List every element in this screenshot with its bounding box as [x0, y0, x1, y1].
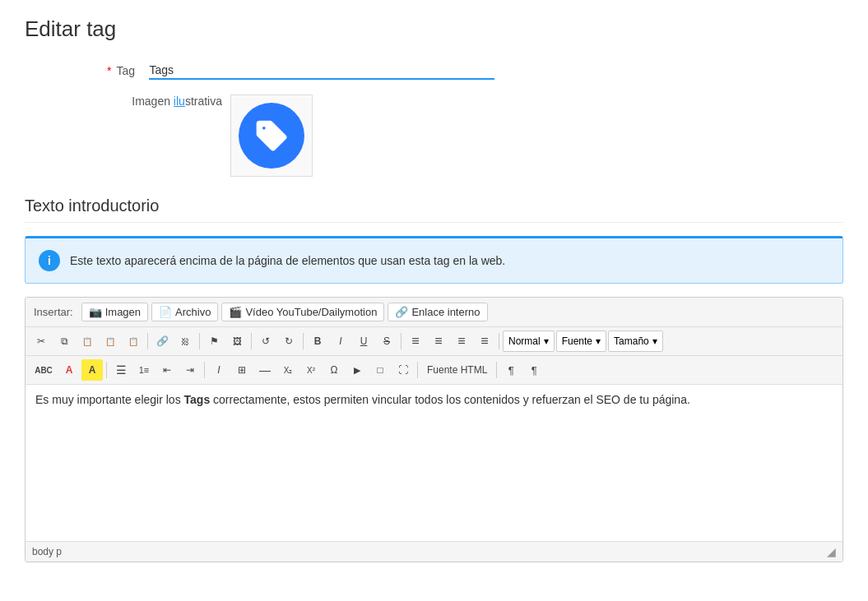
underline-button[interactable]: U [353, 331, 374, 352]
sep2 [199, 333, 200, 349]
editor-statusbar: body p ◢ [26, 541, 842, 562]
sep1 [147, 333, 148, 349]
font-dropdown-arrow: ▾ [596, 335, 601, 347]
indent-dec-button[interactable]: ⇤ [156, 359, 178, 381]
size-dropdown-arrow: ▾ [652, 335, 657, 347]
sep5 [401, 333, 402, 349]
italic-button[interactable]: I [330, 331, 351, 352]
insert-imagen-button[interactable]: 📷 Imagen [81, 303, 148, 321]
indent-inc-button[interactable]: ⇥ [179, 359, 201, 381]
insert-label: Insertar: [34, 306, 73, 318]
superscript-button[interactable]: X² [300, 359, 322, 381]
image-button[interactable]: 🖼 [226, 331, 248, 352]
subscript-button[interactable]: X₂ [277, 359, 299, 381]
fullscreen-button[interactable]: ⛶ [392, 359, 414, 381]
italic2-button[interactable]: I [208, 359, 230, 381]
align-center-button[interactable]: ≡ [428, 331, 449, 352]
table-button[interactable]: ⊞ [231, 359, 253, 381]
insert-video-button[interactable]: 🎬 Vídeo YouTube/Dailymotion [221, 303, 384, 321]
html-source-button[interactable]: Fuente HTML [421, 359, 493, 381]
tag-field-group: * Tag [107, 62, 843, 80]
bold-button[interactable]: B [307, 331, 328, 352]
image-field-group: Imagen ilustrativa [107, 95, 843, 177]
toolbar-row-2: ABC A A ☰ 1≡ ⇤ ⇥ I ⊞ — X₂ X² Ω ▶ □ ⛶ Fue… [26, 356, 842, 385]
sep4 [303, 333, 304, 349]
tag-icon [253, 118, 290, 154]
insert-enlace-button[interactable]: 🔗 Enlace interno [388, 303, 487, 321]
format-dropdown[interactable]: Normal ▾ [503, 331, 555, 352]
sep10 [496, 362, 497, 378]
bold-tags: Tags [184, 393, 211, 406]
font-color-button[interactable]: A [58, 359, 80, 381]
insert-archivo-label: Archivo [175, 306, 211, 318]
unlink-button[interactable]: ⛓ [174, 331, 196, 352]
insert-archivo-button[interactable]: 📄 Archivo [151, 303, 218, 321]
link-icon: 🔗 [395, 306, 408, 318]
camera-icon: 📷 [89, 306, 102, 318]
page-title: Editar tag [25, 16, 843, 42]
editor-container: Insertar: 📷 Imagen 📄 Archivo 🎬 Vídeo You… [25, 297, 843, 562]
sep3 [251, 333, 252, 349]
strikethrough-button[interactable]: S [376, 331, 397, 352]
sep9 [417, 362, 418, 378]
size-dropdown[interactable]: Tamaño ▾ [608, 331, 663, 352]
editor-insert-bar: Insertar: 📷 Imagen 📄 Archivo 🎬 Vídeo You… [26, 298, 842, 327]
insert-enlace-label: Enlace interno [411, 306, 480, 318]
info-text: Este texto aparecerá encima de la página… [70, 254, 505, 267]
paste3-button[interactable]: 📋 [123, 331, 144, 352]
required-star: * [107, 64, 111, 77]
tag-label: Tag [116, 64, 141, 77]
image-preview[interactable] [230, 95, 313, 177]
bidi-button[interactable]: ¶ [523, 359, 545, 381]
cut-button[interactable]: ✂ [30, 331, 52, 352]
list-ol-button[interactable]: 1≡ [133, 359, 155, 381]
font-dropdown-label: Fuente [562, 335, 592, 347]
undo-button[interactable]: ↺ [255, 331, 276, 352]
insert-video-label: Vídeo YouTube/Dailymotion [245, 306, 377, 318]
toolbar-row-1: ✂ ⧉ 📋 📋 📋 🔗 ⛓ ⚑ 🖼 ↺ ↻ B I U S ≡ ≡ ≡ ≡ No… [26, 327, 842, 356]
status-path: body p [32, 546, 62, 557]
insert-imagen-label: Imagen [105, 306, 141, 318]
editor-content-area[interactable]: Es muy importante elegir los Tags correc… [26, 385, 842, 541]
list-ul-button[interactable]: ☰ [110, 359, 132, 381]
format-dropdown-label: Normal [508, 335, 541, 347]
spellcheck-button[interactable]: ABC [30, 359, 57, 381]
hr-button[interactable]: — [254, 359, 276, 381]
special-char-button[interactable]: Ω [323, 359, 345, 381]
sep7 [106, 362, 107, 378]
image-label-link[interactable]: ilu [174, 95, 185, 108]
align-justify-button[interactable]: ≡ [474, 331, 495, 352]
show-blocks-button[interactable]: ¶ [500, 359, 522, 381]
file-icon: 📄 [159, 306, 172, 318]
info-box: i Este texto aparecerá encima de la pági… [25, 236, 843, 284]
form-button[interactable]: □ [369, 359, 391, 381]
size-dropdown-label: Tamaño [614, 335, 649, 347]
info-icon: i [39, 250, 60, 271]
font-dropdown[interactable]: Fuente ▾ [556, 331, 606, 352]
tag-icon-circle [239, 103, 304, 169]
sep8 [204, 362, 205, 378]
resize-icon[interactable]: ◢ [827, 545, 836, 558]
copy-button[interactable]: ⧉ [53, 331, 75, 352]
align-right-button[interactable]: ≡ [451, 331, 472, 352]
link-button[interactable]: 🔗 [151, 331, 173, 352]
align-left-button[interactable]: ≡ [405, 331, 426, 352]
bg-color-button[interactable]: A [81, 359, 103, 381]
section-intro-title: Texto introductorio [25, 196, 843, 223]
media-button[interactable]: ▶ [346, 359, 368, 381]
anchor-button[interactable]: ⚑ [203, 331, 225, 352]
redo-button[interactable]: ↻ [278, 331, 299, 352]
image-label: Imagen ilustrativa [107, 95, 222, 108]
format-dropdown-arrow: ▾ [544, 335, 549, 347]
video-icon: 🎬 [229, 306, 242, 318]
paste-button[interactable]: 📋 [77, 331, 98, 352]
tag-input[interactable] [149, 62, 494, 80]
sep6 [499, 333, 499, 349]
paste2-button[interactable]: 📋 [100, 331, 121, 352]
